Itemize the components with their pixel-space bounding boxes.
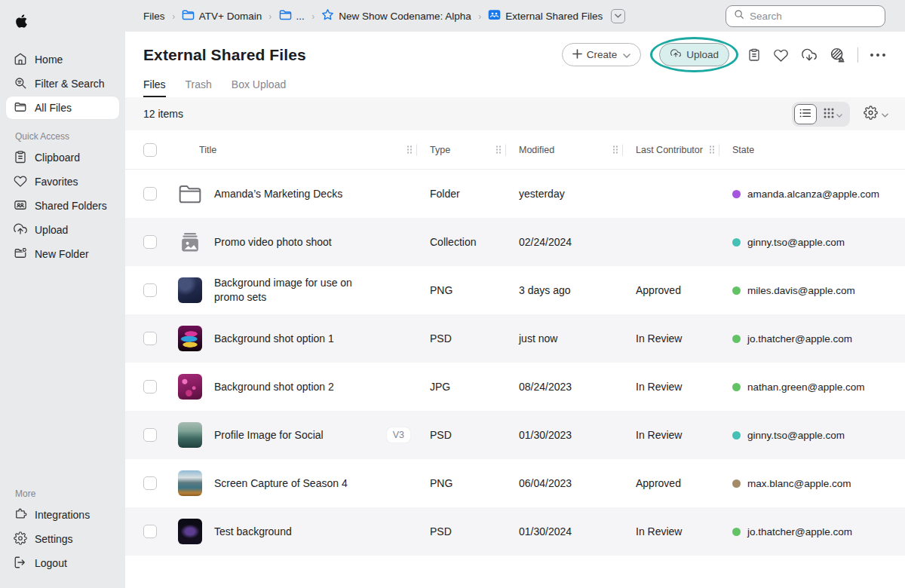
row-checkbox[interactable] bbox=[143, 476, 157, 490]
globe-image-icon[interactable] bbox=[830, 47, 845, 63]
image-thumbnail bbox=[178, 422, 214, 448]
column-drag-handle[interactable] bbox=[495, 144, 506, 155]
sidebar: Home Filter & Search All Files Quick Acc… bbox=[0, 0, 125, 588]
collection-thumbnail-icon bbox=[178, 230, 214, 254]
file-modified: yesterday bbox=[519, 188, 636, 200]
table-row[interactable]: Amanda’s Marketing Decks Folder yesterda… bbox=[125, 170, 905, 218]
file-modified: just now bbox=[519, 332, 636, 345]
table-row[interactable]: Background image for use on promo sets P… bbox=[125, 266, 905, 314]
file-title[interactable]: Amanda’s Marketing Decks bbox=[214, 187, 342, 201]
file-title[interactable]: Background shot option 2 bbox=[214, 380, 334, 394]
file-title[interactable]: Background image for use on promo sets bbox=[214, 276, 369, 305]
state-email: amanda.alcanza@apple.com bbox=[747, 188, 879, 200]
row-checkbox[interactable] bbox=[143, 283, 157, 297]
search-input[interactable] bbox=[750, 11, 870, 22]
file-title[interactable]: Test background bbox=[214, 525, 292, 539]
heart-icon bbox=[14, 174, 27, 190]
file-type: PSD bbox=[430, 332, 519, 345]
sidebar-item-upload[interactable]: Upload bbox=[6, 219, 119, 241]
file-title[interactable]: Screen Capture of Season 4 bbox=[214, 476, 348, 491]
sidebar-item-integrations[interactable]: Integrations bbox=[6, 504, 119, 526]
breadcrumb-dropdown-button[interactable] bbox=[611, 9, 625, 23]
row-checkbox[interactable] bbox=[143, 525, 157, 538]
sidebar-item-shared-folders[interactable]: Shared Folders bbox=[6, 194, 119, 217]
file-type: Folder bbox=[430, 188, 519, 200]
sidebar-item-favorites[interactable]: Favorites bbox=[6, 170, 119, 193]
sidebar-item-filter-search[interactable]: Filter & Search bbox=[6, 72, 119, 95]
upload-button[interactable]: Upload bbox=[659, 43, 729, 66]
table-row[interactable]: Profile Image for Social V3 PSD 01/30/20… bbox=[125, 411, 905, 459]
filter-search-icon bbox=[14, 76, 27, 92]
breadcrumb-new-show[interactable]: New Show Codename: Alpha bbox=[321, 8, 471, 23]
image-thumbnail bbox=[178, 326, 214, 351]
view-toggle bbox=[792, 102, 850, 127]
column-drag-handle[interactable] bbox=[612, 144, 623, 155]
items-count: 12 items bbox=[143, 108, 183, 120]
sidebar-item-new-folder[interactable]: New Folder bbox=[6, 243, 119, 265]
sidebar-item-settings[interactable]: Settings bbox=[6, 528, 119, 550]
table-settings-button[interactable] bbox=[864, 106, 888, 123]
sidebar-item-home[interactable]: Home bbox=[6, 48, 119, 71]
cloud-download-icon[interactable] bbox=[801, 47, 818, 63]
view-controls bbox=[792, 102, 888, 127]
row-checkbox[interactable] bbox=[143, 332, 157, 345]
folder-icon bbox=[14, 100, 27, 116]
grid-view-button[interactable] bbox=[818, 104, 848, 124]
column-drag-handle[interactable] bbox=[406, 144, 417, 155]
breadcrumb-ellipsis[interactable]: ... bbox=[279, 9, 305, 23]
file-title[interactable]: Background shot option 1 bbox=[214, 332, 334, 346]
sidebar-spacer bbox=[6, 267, 119, 478]
header-actions: Create Upload bbox=[562, 43, 885, 66]
column-header-modified[interactable]: Modified bbox=[519, 145, 554, 155]
list-view-button[interactable] bbox=[794, 104, 817, 124]
apple-logo bbox=[15, 14, 119, 32]
tab-files[interactable]: Files bbox=[143, 78, 166, 97]
state-email: jo.thatcher@apple.com bbox=[747, 333, 852, 345]
state-email: ginny.tso@apple.com bbox=[747, 237, 845, 248]
table-row[interactable]: Promo video photo shoot Collection 02/24… bbox=[125, 218, 905, 266]
column-header-contributor[interactable]: Last Contributor bbox=[636, 145, 703, 155]
row-checkbox[interactable] bbox=[143, 235, 157, 249]
sidebar-item-clipboard[interactable]: Clipboard bbox=[6, 146, 119, 169]
column-drag-handle[interactable] bbox=[709, 144, 719, 155]
chevron-right-icon: › bbox=[269, 11, 272, 22]
table-row[interactable]: Screen Capture of Season 4 PNG 06/04/202… bbox=[125, 459, 905, 507]
create-button[interactable]: Create bbox=[562, 43, 642, 66]
shared-files-icon bbox=[488, 9, 501, 23]
sidebar-item-all-files[interactable]: All Files bbox=[6, 96, 119, 119]
favorite-heart-icon[interactable] bbox=[773, 47, 789, 63]
file-type: Collection bbox=[430, 236, 519, 248]
file-modified: 01/30/2023 bbox=[519, 429, 636, 441]
table-row[interactable]: Background shot option 2 JPG 08/24/2023 … bbox=[125, 363, 905, 411]
file-title[interactable]: Profile Image for Social bbox=[214, 428, 324, 443]
table-row[interactable]: Background shot option 1 PSD just now In… bbox=[125, 314, 905, 363]
column-header-type[interactable]: Type bbox=[430, 145, 450, 155]
state-dot bbox=[732, 479, 741, 488]
column-header-title[interactable]: Title bbox=[199, 145, 216, 155]
tab-trash[interactable]: Trash bbox=[186, 78, 212, 97]
sidebar-item-logout[interactable]: Logout bbox=[6, 552, 119, 574]
select-all-checkbox[interactable] bbox=[143, 143, 157, 157]
breadcrumb-atv-domain[interactable]: ATV+ Domain bbox=[182, 9, 262, 23]
breadcrumb-files[interactable]: Files bbox=[143, 11, 165, 22]
search-box[interactable] bbox=[726, 5, 885, 27]
table-row[interactable]: Test background PSD 01/30/2024 In Review… bbox=[125, 507, 905, 556]
file-contributor: In Review bbox=[636, 381, 732, 393]
tab-box-upload[interactable]: Box Upload bbox=[232, 78, 286, 97]
clipboard-icon[interactable] bbox=[747, 47, 761, 63]
row-checkbox[interactable] bbox=[143, 428, 157, 442]
file-modified: 06/04/2023 bbox=[519, 477, 636, 489]
breadcrumb-external-shared-files[interactable]: External Shared Files bbox=[488, 9, 603, 23]
row-checkbox[interactable] bbox=[143, 380, 157, 394]
file-title[interactable]: Promo video photo shoot bbox=[214, 235, 332, 250]
chevron-right-icon: › bbox=[311, 11, 314, 22]
chevron-down-icon bbox=[836, 109, 842, 120]
sidebar-item-label: Filter & Search bbox=[35, 78, 105, 90]
file-modified: 3 days ago bbox=[519, 284, 636, 296]
more-options-button[interactable] bbox=[870, 54, 885, 57]
column-header-state[interactable]: State bbox=[732, 145, 754, 155]
gear-icon bbox=[864, 106, 878, 123]
folder-icon bbox=[182, 9, 195, 23]
row-checkbox[interactable] bbox=[143, 187, 157, 201]
sidebar-item-label: Integrations bbox=[35, 509, 90, 521]
